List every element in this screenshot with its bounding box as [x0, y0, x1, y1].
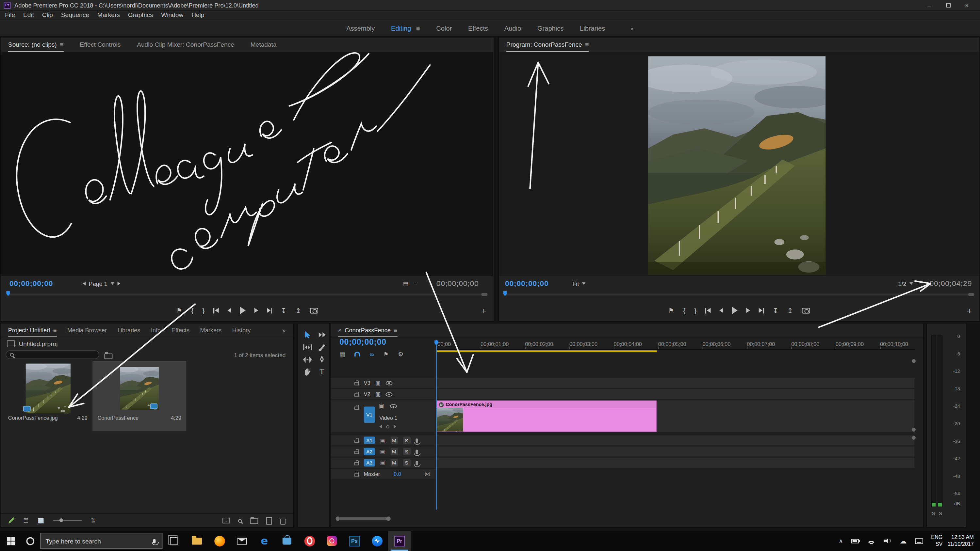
sync-lock-icon[interactable]: ▣ [380, 460, 385, 465]
panel-menu-icon[interactable]: ≡ [53, 326, 57, 333]
tab-effect-controls[interactable]: Effect Controls [80, 41, 121, 48]
taskbar-opera[interactable] [298, 531, 321, 551]
tab-program[interactable]: Program: ConorPassFence ≡ [506, 38, 589, 52]
list-view-icon[interactable]: ≣ [23, 516, 29, 524]
track-name[interactable]: Master [364, 471, 380, 477]
workspace-overflow-icon[interactable]: » [630, 24, 634, 32]
go-to-in-icon[interactable] [213, 308, 218, 313]
track-a2-lane[interactable] [436, 446, 914, 457]
playhead-line[interactable] [436, 340, 437, 510]
workspace-menu-icon[interactable]: ≡ [416, 24, 420, 32]
pen-tool[interactable] [315, 354, 329, 365]
track-v3-lane[interactable] [436, 378, 914, 388]
add-marker-icon[interactable]: ⚑ [177, 306, 183, 314]
lift-icon[interactable]: ↧ [773, 306, 779, 314]
source-patch-a3[interactable]: A3 [364, 459, 375, 467]
taskbar-mail[interactable] [231, 531, 253, 551]
taskbar-file-explorer[interactable] [186, 531, 208, 551]
source-scrubber[interactable] [1, 290, 494, 299]
toggle-track-output-icon[interactable] [385, 381, 392, 385]
tab-info[interactable]: Info [151, 327, 161, 333]
project-file-row[interactable]: Untitled.prproj [7, 340, 57, 347]
media-type-badge[interactable] [23, 406, 31, 411]
search-bin-icon[interactable] [105, 354, 113, 359]
menu-help[interactable]: Help [191, 11, 204, 18]
cortana-button[interactable] [21, 531, 40, 551]
close-tab-icon[interactable]: × [338, 326, 342, 333]
sync-lock-icon[interactable]: ▣ [379, 403, 384, 409]
slip-tool[interactable] [301, 354, 314, 365]
sync-lock-icon[interactable]: ▣ [380, 449, 385, 454]
track-lock-icon[interactable] [355, 440, 359, 443]
battery-icon[interactable] [851, 538, 859, 543]
tray-overflow-icon[interactable]: ∧ [839, 538, 843, 544]
find-icon[interactable] [238, 519, 242, 522]
page-selector[interactable]: Page 1 [83, 280, 120, 287]
track-lock-icon[interactable] [355, 473, 359, 476]
linked-selection-icon[interactable]: ∞ [370, 351, 374, 357]
track-lock-icon[interactable] [355, 382, 359, 386]
tab-markers[interactable]: Markers [200, 327, 222, 333]
master-gain-value[interactable]: 0.0 [394, 471, 401, 477]
track-a3-lane[interactable] [436, 457, 914, 468]
start-button[interactable] [0, 531, 21, 551]
menu-markers[interactable]: Markers [97, 11, 120, 18]
prev-keyframe-icon[interactable] [379, 425, 382, 428]
source-timecode[interactable]: 00;00;00;00 [10, 279, 53, 288]
timeline-timecode[interactable]: 00;00;00;00 [339, 337, 387, 347]
track-name[interactable]: Video 1 [379, 414, 397, 421]
step-forward-icon[interactable] [746, 308, 750, 313]
taskbar-firefox[interactable] [208, 531, 231, 551]
timeline-clip-conorpassfence[interactable]: fx ConorPassFence.jpg [436, 400, 657, 432]
tab-sequence[interactable]: × ConorPassFence ≡ [338, 324, 397, 337]
input-language-alt[interactable]: SV [931, 541, 942, 548]
program-timecode[interactable]: 00;00;00;00 [505, 279, 549, 288]
tab-media-browser[interactable]: Media Browser [67, 327, 107, 333]
close-button[interactable]: × [958, 0, 976, 10]
track-lock-icon[interactable] [355, 393, 359, 397]
export-frame-icon[interactable] [310, 308, 318, 313]
go-to-out-icon[interactable] [267, 308, 272, 313]
add-keyframe-icon[interactable] [386, 425, 390, 428]
panel-overflow-icon[interactable]: » [282, 327, 285, 333]
volume-icon[interactable] [884, 538, 892, 544]
hand-tool[interactable] [301, 366, 314, 378]
taskbar-premiere-active[interactable]: Pr [388, 531, 410, 551]
page-next-icon[interactable] [118, 282, 120, 285]
source-patch-a2[interactable]: A2 [364, 448, 375, 455]
program-scrubber[interactable] [499, 290, 979, 299]
solo-button[interactable]: S [939, 511, 942, 516]
time-ruler[interactable]: 00;00 00;00;01;00 00;00;02;00 00;00;03;0… [436, 340, 914, 350]
track-a1-lane[interactable] [436, 435, 914, 446]
tab-metadata[interactable]: Metadata [251, 41, 277, 48]
next-keyframe-icon[interactable] [394, 425, 396, 428]
selection-tool[interactable] [301, 329, 314, 340]
panel-menu-icon[interactable]: ≡ [585, 41, 589, 48]
keyframe-nav[interactable] [379, 425, 396, 428]
onedrive-cloud-icon[interactable]: ☁ [900, 537, 907, 545]
button-editor-plus[interactable]: + [481, 306, 487, 316]
track-select-forward-tool[interactable] [315, 329, 329, 340]
taskbar-search-input[interactable]: Type here to search [40, 533, 162, 549]
source-patch-a1[interactable]: A1 [364, 437, 375, 444]
mark-out-icon[interactable]: } [694, 306, 697, 314]
menu-window[interactable]: Window [161, 11, 183, 18]
fit-selector[interactable]: Fit [572, 280, 586, 287]
toggle-track-output-icon[interactable] [385, 392, 392, 396]
touch-keyboard-icon[interactable] [915, 538, 923, 543]
ripple-edit-tool[interactable] [301, 341, 314, 353]
tab-effects[interactable]: Effects [172, 327, 189, 333]
task-view-button[interactable] [162, 531, 186, 551]
workspace-editing[interactable]: Editing [391, 24, 411, 32]
timeline-settings-icon[interactable]: ⚙ [398, 351, 403, 357]
menu-graphics[interactable]: Graphics [128, 11, 153, 18]
drag-audio-icon[interactable]: ≈ [415, 280, 417, 287]
mute-button[interactable]: M [390, 448, 398, 455]
clip-thumbnail[interactable] [25, 364, 70, 414]
source-viewer[interactable] [1, 52, 493, 276]
vertical-scrollbar-handle[interactable] [912, 359, 916, 363]
solo-button[interactable]: S [403, 448, 410, 455]
solo-button[interactable]: S [403, 437, 410, 444]
workspace-effects[interactable]: Effects [468, 24, 488, 32]
voiceover-record-icon[interactable] [415, 460, 418, 465]
